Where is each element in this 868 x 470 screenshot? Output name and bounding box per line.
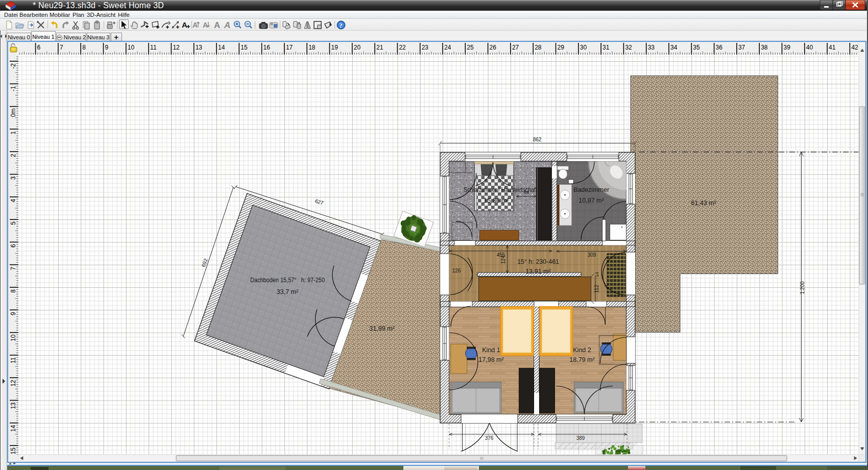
svg-text:A: A [224,20,230,30]
svg-text:13,91 m²: 13,91 m² [525,268,550,275]
svg-text:Schlafzimmer / Hauswirtschaft: Schlafzimmer / Hauswirtschaft [464,186,537,193]
svg-text:112: 112 [594,285,599,293]
svg-text:21: 21 [376,44,383,51]
svg-text:15° h: 230-461: 15° h: 230-461 [517,258,559,265]
svg-text:32: 32 [625,44,632,51]
svg-text:8: 8 [10,289,17,293]
svg-text:10,87 m²: 10,87 m² [578,197,604,204]
svg-text:12: 12 [173,44,180,51]
svg-text:18,79 m²: 18,79 m² [569,356,594,363]
svg-text:Badezimmer: Badezimmer [573,186,609,193]
svg-text:11: 11 [150,44,157,51]
svg-text:31: 31 [602,44,610,51]
svg-text:6: 6 [10,244,17,248]
svg-text:-2: -2 [10,63,17,69]
svg-text:61,43 m²: 61,43 m² [691,200,716,207]
svg-text:17: 17 [286,44,293,51]
svg-text:31,99 m²: 31,99 m² [369,325,394,332]
svg-text:29: 29 [558,44,565,51]
svg-text:35: 35 [693,44,700,51]
svg-text:309: 309 [588,252,596,258]
svg-text:A: A [192,21,198,29]
svg-text:28: 28 [535,44,542,51]
svg-text:22: 22 [399,44,406,51]
svg-text:?: ? [340,22,343,29]
svg-text:24: 24 [444,44,451,51]
svg-text:38: 38 [761,44,768,51]
svg-text:389: 389 [576,435,585,441]
svg-text:3: 3 [10,176,17,180]
svg-text:9: 9 [105,44,109,51]
svg-text:5: 5 [10,221,17,225]
svg-text:41: 41 [829,44,836,51]
svg-text:1: 1 [10,131,17,135]
svg-text:11: 11 [10,357,17,364]
svg-text:0m: 0m [10,109,17,117]
svg-text:A: A [203,21,208,29]
svg-text:14: 14 [10,425,17,432]
svg-text:7: 7 [10,266,17,270]
svg-text:13: 13 [196,44,203,51]
svg-text:25: 25 [467,44,474,51]
svg-text:30: 30 [580,44,587,51]
svg-text:6: 6 [37,44,41,51]
svg-text:17,98 m²: 17,98 m² [478,356,503,363]
svg-text:124: 124 [500,255,506,264]
svg-text:10: 10 [128,44,135,51]
svg-text:862: 862 [533,137,542,142]
svg-text:23: 23 [422,44,429,51]
svg-text:39: 39 [784,44,791,51]
svg-text:126: 126 [452,268,461,274]
svg-text:37: 37 [738,44,745,51]
svg-text:376: 376 [485,435,494,441]
svg-text:33,7 m²: 33,7 m² [277,288,298,295]
svg-text:18: 18 [308,44,316,51]
svg-text:4: 4 [10,199,17,202]
svg-text:15: 15 [240,44,248,51]
svg-text:8: 8 [82,44,86,51]
svg-text:42: 42 [851,44,858,51]
svg-text:12: 12 [10,380,17,387]
svg-text:33: 33 [648,44,655,51]
svg-text:1.200: 1.200 [800,281,805,294]
svg-text:15: 15 [10,448,17,455]
svg-text:19: 19 [331,44,339,51]
svg-text:10: 10 [10,334,17,341]
svg-text:Kind 2: Kind 2 [573,347,591,354]
svg-text:9: 9 [10,312,17,315]
svg-text:15,86 m²: 15,86 m² [484,197,509,204]
svg-text:A: A [182,20,187,29]
svg-text:2: 2 [10,154,17,157]
svg-text:36: 36 [716,44,723,51]
svg-text:14: 14 [218,44,225,51]
svg-text:20: 20 [354,44,361,51]
svg-text:Kind 1: Kind 1 [482,347,500,354]
svg-text:7: 7 [60,44,63,51]
svg-text:14: 14 [594,272,599,277]
svg-text:40: 40 [806,44,813,51]
svg-text:26: 26 [490,44,497,51]
svg-text:A: A [214,20,220,30]
svg-text:27: 27 [512,44,519,51]
svg-text:-1: -1 [10,86,17,91]
svg-text:Dachboden 15,57° h: 97-250: Dachboden 15,57° h: 97-250 [250,277,325,284]
svg-text:13: 13 [10,402,17,409]
svg-text:34: 34 [670,44,678,51]
svg-text:16: 16 [263,44,271,51]
